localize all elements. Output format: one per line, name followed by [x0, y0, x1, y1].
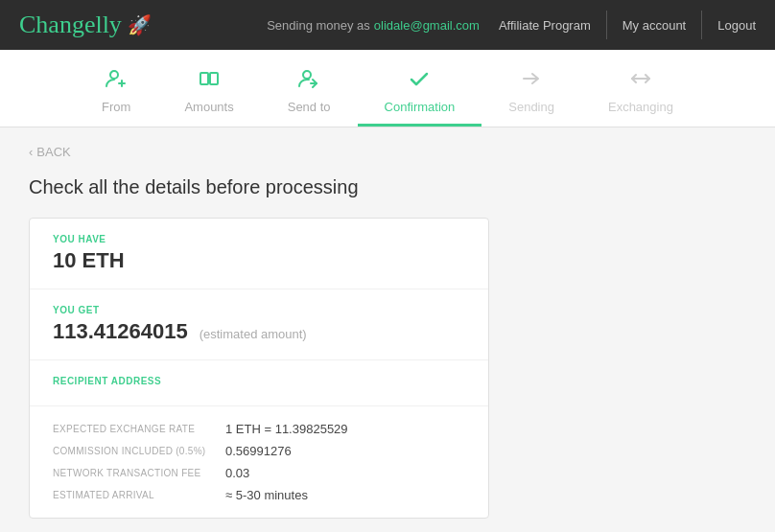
svg-rect-2 [210, 73, 218, 84]
recipient-section: RECIPIENT ADDRESS [30, 360, 488, 406]
exchange-row-value: 1 ETH = 11.39825529 [225, 422, 348, 436]
amounts-icon [198, 67, 221, 96]
user-email: olidale@gmail.com [374, 18, 480, 33]
step-from[interactable]: From [75, 59, 157, 127]
back-label: BACK [36, 145, 70, 159]
exchange-row-label: ESTIMATED ARRIVAL [53, 490, 225, 500]
header-divider-2 [701, 11, 702, 39]
main-content: Check all the details before processing … [0, 176, 775, 532]
step-send-to-label: Send to [288, 100, 331, 114]
step-amounts[interactable]: Amounts [157, 59, 260, 127]
you-get-row: 113.41264015 (estimated amount) [53, 319, 465, 344]
exchange-row: COMMISSION INCLUDED (0.5%)0.56991276 [53, 444, 465, 458]
exchange-row-label: EXPECTED EXCHANGE RATE [53, 424, 225, 434]
affiliate-link[interactable]: Affiliate Program [499, 18, 591, 33]
you-have-value: 10 ETH [53, 248, 465, 273]
steps-nav: From Amounts Send to Confirmation [0, 50, 775, 127]
exchange-details-section: EXPECTED EXCHANGE RATE1 ETH = 11.3982552… [30, 406, 488, 518]
step-sending-label: Sending [508, 100, 554, 114]
you-have-label: YOU HAVE [53, 234, 465, 244]
you-get-value: 113.41264015 [53, 319, 188, 344]
exchanging-icon [629, 67, 652, 96]
back-chevron-icon: ‹ [29, 145, 33, 159]
send-to-icon [297, 67, 320, 96]
step-exchanging-label: Exchanging [608, 100, 673, 114]
exchange-row: EXPECTED EXCHANGE RATE1 ETH = 11.3982552… [53, 422, 465, 436]
step-exchanging[interactable]: Exchanging [581, 59, 700, 127]
step-amounts-label: Amounts [184, 100, 233, 114]
exchange-row: ESTIMATED ARRIVAL≈ 5-30 minutes [53, 488, 465, 502]
back-bar: ‹ BACK [0, 127, 775, 176]
svg-point-0 [110, 71, 118, 79]
step-sending[interactable]: Sending [481, 59, 581, 127]
recipient-label: RECIPIENT ADDRESS [53, 376, 465, 386]
you-have-section: YOU HAVE 10 ETH [30, 219, 488, 289]
you-get-label: YOU GET [53, 305, 465, 315]
from-icon [105, 67, 128, 96]
sending-prefix: Sending money as [267, 18, 370, 33]
you-get-section: YOU GET 113.41264015 (estimated amount) [30, 289, 488, 360]
exchange-row-value: 0.56991276 [225, 444, 292, 458]
svg-point-3 [303, 71, 311, 79]
header-divider [606, 11, 607, 39]
exchange-row-value: 0.03 [225, 466, 249, 480]
my-account-link[interactable]: My account [622, 18, 686, 33]
exchange-row: NETWORK TRANSACTION FEE0.03 [53, 466, 465, 480]
confirmation-icon [408, 67, 431, 96]
detail-card: YOU HAVE 10 ETH YOU GET 113.41264015 (es… [29, 218, 489, 519]
step-confirmation-label: Confirmation [385, 100, 456, 114]
header: Changelly 🚀 Sending money as olidale@gma… [0, 0, 775, 50]
back-link[interactable]: ‹ BACK [29, 145, 746, 159]
logo: Changelly 🚀 [19, 11, 152, 39]
logout-link[interactable]: Logout [717, 18, 756, 33]
estimated-label: (estimated amount) [200, 327, 307, 341]
logo-rocket-icon: 🚀 [128, 13, 152, 36]
page-title: Check all the details before processing [29, 176, 746, 198]
logo-text: Changelly [19, 11, 122, 39]
svg-rect-1 [200, 73, 208, 84]
step-send-to[interactable]: Send to [261, 59, 358, 127]
exchange-row-label: COMMISSION INCLUDED (0.5%) [53, 446, 225, 456]
step-confirmation[interactable]: Confirmation [358, 59, 482, 127]
step-from-label: From [102, 100, 130, 114]
exchange-row-label: NETWORK TRANSACTION FEE [53, 468, 225, 478]
sending-icon [520, 67, 543, 96]
exchange-row-value: ≈ 5-30 minutes [225, 488, 308, 502]
header-right: Sending money as olidale@gmail.com Affil… [267, 11, 756, 39]
